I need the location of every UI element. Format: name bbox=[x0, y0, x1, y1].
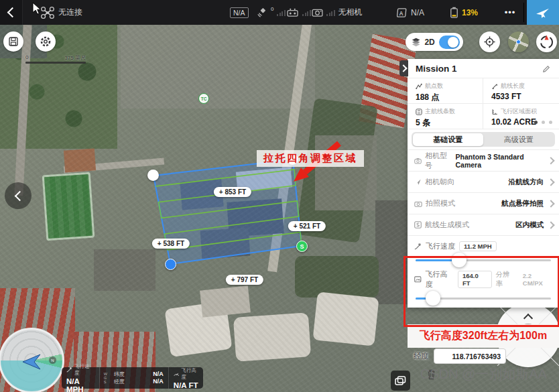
takeoff-button[interactable] bbox=[527, 0, 559, 25]
topbar-divider bbox=[523, 3, 524, 22]
drone-icon bbox=[40, 6, 55, 19]
more-menu-button[interactable]: ••• bbox=[497, 0, 523, 25]
telemetry-lon-value: N/A bbox=[153, 378, 164, 385]
save-mission-button[interactable] bbox=[3, 31, 23, 52]
chevron-right-icon bbox=[548, 157, 555, 164]
battery-status-group: 13% bbox=[450, 0, 478, 25]
camera-connection-status: 无相机 bbox=[338, 7, 363, 18]
telemetry-lon-label: 经度 bbox=[114, 378, 125, 385]
speed-icon bbox=[414, 243, 422, 250]
gps-status-group: 0 bbox=[256, 0, 286, 25]
edge-length-right[interactable]: + 521 FT bbox=[288, 221, 326, 231]
annotation-callout: 拉托四角调整区域 bbox=[257, 150, 364, 167]
signal-bars bbox=[326, 9, 335, 16]
altitude-icon bbox=[174, 371, 180, 377]
setting-camera-model[interactable]: 相机型号 Phantom 3 Standard Camera bbox=[408, 149, 559, 171]
frames-icon bbox=[395, 376, 406, 386]
settings-tabs: 基础设置 高级设置 bbox=[412, 132, 555, 147]
chevron-left-icon bbox=[14, 190, 25, 201]
svg-text:A: A bbox=[399, 9, 403, 16]
edge-length-top[interactable]: + 853 FT bbox=[214, 187, 251, 197]
altitude-note-banner: 飞行高度320ft左右为100m bbox=[408, 324, 559, 348]
app-screen: + 853 FT + 521 FT + 538 FT + 797 FT S TC… bbox=[0, 0, 559, 392]
route-length-icon bbox=[491, 83, 498, 90]
corner-handle-top-left[interactable] bbox=[147, 170, 159, 181]
aircraft-connection-status: 无连接 bbox=[58, 7, 82, 18]
left-drawer-handle[interactable] bbox=[5, 182, 32, 209]
s-path-icon bbox=[416, 109, 422, 115]
aircraft-status-group: 无连接 bbox=[40, 0, 82, 25]
mission-stats: 航点数 188 点 航线长度 4533 FT 主航线条数 bbox=[408, 78, 559, 129]
compass-reset-button[interactable] bbox=[536, 31, 557, 52]
stats-page-dots[interactable] bbox=[534, 121, 552, 124]
camera-icon bbox=[414, 157, 422, 164]
map-scale: 0 375 英尺 bbox=[25, 54, 86, 64]
toggle-knob bbox=[448, 37, 458, 48]
back-button[interactable] bbox=[0, 0, 23, 25]
top-status-bar: 无连接 N/A 0 bbox=[0, 0, 559, 25]
setting-camera-heading[interactable]: 相机朝向 沿航线方向 bbox=[408, 171, 559, 192]
scale-bar bbox=[25, 62, 86, 64]
2d-toggle[interactable] bbox=[439, 36, 460, 49]
telemetry-alt-value: N/A FT bbox=[174, 381, 198, 389]
compass-icon bbox=[538, 34, 555, 50]
signal-bars bbox=[302, 9, 311, 16]
longitude-label: 经度 bbox=[414, 351, 428, 361]
telemetry-lat-label: 纬度 bbox=[114, 371, 125, 378]
longitude-input[interactable] bbox=[434, 348, 506, 364]
setting-route-mode[interactable]: 航线生成模式 区内模式 bbox=[408, 214, 559, 235]
stat-area: 飞行区域面积 10.02 ACRE bbox=[483, 104, 559, 129]
minimap-position-dot bbox=[516, 40, 521, 44]
speed-slider-thumb[interactable] bbox=[452, 253, 467, 267]
chevron-right-icon bbox=[547, 178, 554, 186]
chevron-right-icon bbox=[547, 200, 554, 207]
edge-length-bottom[interactable]: + 797 FT bbox=[226, 275, 263, 285]
minimap-button[interactable] bbox=[508, 31, 529, 52]
telemetry-bar: 飞行速度 N/A MPH WGS 纬度N/A 经度N/A 飞行高度 N/A FT bbox=[62, 367, 203, 389]
checklist-icon: A bbox=[397, 7, 408, 18]
locate-button[interactable] bbox=[479, 31, 500, 52]
telemetry-altitude: 飞行高度 N/A FT bbox=[168, 367, 203, 389]
telemetry-speed-value: N/A MPH bbox=[66, 377, 95, 392]
flight-mode-badge: N/A bbox=[230, 0, 249, 25]
crosshair-icon bbox=[484, 36, 495, 48]
mission-panel: Mission 1 航点数 188 点 bbox=[408, 59, 559, 308]
map-settings-button[interactable] bbox=[36, 31, 56, 52]
slider-section: 飞行速度 11.2 MPH 飞行高度 164.0 FT 分辨率 2.2 CM/P… bbox=[408, 235, 559, 308]
satellite-icon bbox=[256, 7, 267, 18]
panel-collapse-handle[interactable] bbox=[399, 60, 408, 76]
telemetry-coords: 纬度N/A 经度N/A bbox=[109, 367, 168, 389]
tab-advanced-settings[interactable]: 高级设置 bbox=[483, 133, 554, 146]
altitude-slider-thumb[interactable] bbox=[426, 291, 440, 306]
waypoints-icon bbox=[416, 83, 422, 90]
altitude-slider[interactable] bbox=[416, 298, 551, 300]
attitude-compass-widget: N bbox=[0, 328, 64, 392]
airplane-icon bbox=[536, 7, 550, 19]
map-mode-control[interactable]: 2D bbox=[406, 33, 463, 51]
battery-percent: 13% bbox=[462, 8, 478, 17]
setting-photo-mode[interactable]: 拍照模式 航点悬停拍照 bbox=[408, 192, 559, 214]
dpad-up-button[interactable] bbox=[525, 312, 532, 324]
altitude-value: 164.0 FT bbox=[458, 271, 492, 288]
tab-basic-settings[interactable]: 基础设置 bbox=[413, 133, 484, 146]
s-mode-icon bbox=[414, 221, 422, 228]
stat-waypoint-count: 航点数 188 点 bbox=[408, 78, 483, 104]
edge-length-left[interactable]: + 538 FT bbox=[152, 239, 190, 249]
speed-icon bbox=[66, 367, 72, 373]
corner-handle-bottom-left[interactable] bbox=[165, 259, 176, 270]
edit-pencil-icon[interactable] bbox=[542, 64, 551, 73]
battery-icon bbox=[450, 7, 458, 18]
remote-controller-icon bbox=[286, 7, 299, 17]
checklist-status-group: A N/A bbox=[397, 0, 424, 25]
longitude-row: 经度 bbox=[414, 348, 506, 364]
scale-start-label: 0 bbox=[25, 54, 28, 60]
chevron-left-icon bbox=[7, 7, 18, 18]
telemetry-alt-label: 飞行高度 bbox=[181, 367, 198, 381]
telemetry-speed: 飞行速度 N/A MPH bbox=[62, 367, 99, 389]
tc-map-marker[interactable]: TC bbox=[198, 93, 209, 104]
start-point-marker[interactable]: S bbox=[296, 241, 308, 252]
map-snapshot-button[interactable] bbox=[391, 371, 410, 391]
speed-slider[interactable] bbox=[416, 259, 551, 261]
resolution-label: 分辨率 bbox=[496, 270, 516, 289]
stat-mainline-count: 主航线条数 5 条 bbox=[408, 104, 483, 129]
